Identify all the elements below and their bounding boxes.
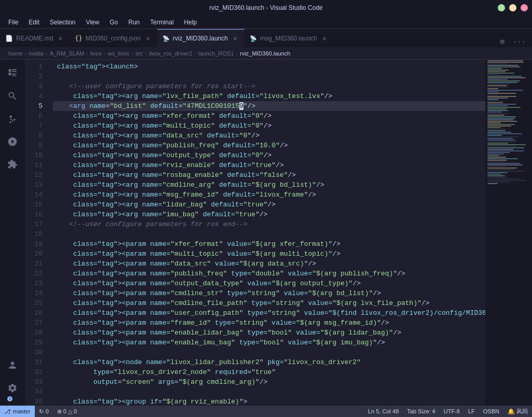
breadcrumb-item-0[interactable]: home bbox=[8, 50, 23, 57]
breadcrumb-item-2[interactable]: A_RM_SLAM bbox=[50, 50, 85, 57]
launch-icon: 📡 bbox=[250, 35, 257, 42]
code-line-33: output="screen" args="$(arg cmdline_arg)… bbox=[53, 377, 485, 387]
activity-search[interactable] bbox=[3, 87, 22, 105]
line-num-32: 32 bbox=[25, 367, 43, 377]
minimap-canvas bbox=[485, 60, 532, 215]
status-notifications[interactable]: 🔔 风同 bbox=[503, 406, 532, 417]
breadcrumb-sep: › bbox=[145, 50, 147, 57]
breadcrumb-item-4[interactable]: ws_livox bbox=[108, 50, 130, 57]
window-title: rviz_MID360.launch - Visual Studio Code bbox=[209, 4, 323, 11]
activity-account[interactable] bbox=[3, 356, 22, 374]
line-num-30: 30 bbox=[25, 348, 43, 357]
activity-extensions[interactable] bbox=[3, 155, 22, 174]
code-line-35: class="tag"><group if="$(arg rviz_enable… bbox=[53, 397, 485, 406]
line-num-21: 21 bbox=[25, 259, 43, 269]
code-line-17: <!--user configure parameters for ros en… bbox=[53, 219, 485, 229]
line-num-31: 31 bbox=[25, 357, 43, 367]
tab-close-mid360-config[interactable]: ✕ bbox=[144, 34, 152, 43]
status-sync[interactable]: ↻ 0 bbox=[35, 406, 53, 417]
tab-close-rviz-launch[interactable]: ✕ bbox=[231, 34, 239, 43]
status-branch[interactable]: ⎇ master bbox=[0, 406, 35, 417]
line-num-22: 22 bbox=[25, 269, 43, 279]
tab-rviz-launch[interactable]: 📡rviz_MID360.launch✕ bbox=[157, 29, 244, 47]
breadcrumb-sep: › bbox=[86, 50, 88, 57]
breadcrumb-sep: › bbox=[194, 50, 196, 57]
menu-item-selection[interactable]: Selection bbox=[46, 18, 79, 27]
line-num-14: 14 bbox=[25, 190, 43, 200]
code-line-34 bbox=[53, 387, 485, 397]
menu-item-go[interactable]: Go bbox=[105, 18, 122, 27]
code-line-6: class="tag"><arg name="xfer_format" defa… bbox=[53, 111, 485, 121]
line-num-11: 11 bbox=[25, 160, 43, 170]
tab-label: msg_MID360.launch bbox=[260, 35, 317, 42]
code-line-15: class="tag"><arg name="lidar_bag" defaul… bbox=[53, 200, 485, 210]
status-position[interactable]: Ln 5, Col 48 bbox=[364, 406, 403, 417]
menu-item-view[interactable]: View bbox=[81, 18, 103, 27]
code-line-28: class="tag"><param name="enable_lidar_ba… bbox=[53, 328, 485, 338]
breadcrumb-item-5[interactable]: src bbox=[135, 50, 143, 57]
status-right: Ln 5, Col 48 Tab Size: 4 UTF-8 LF OSBN 🔔… bbox=[364, 406, 532, 417]
line-num-20: 20 bbox=[25, 249, 43, 259]
status-tab-size[interactable]: Tab Size: 4 bbox=[403, 406, 439, 417]
minimize-button[interactable]: − bbox=[498, 4, 505, 11]
menu-item-edit[interactable]: Edit bbox=[24, 18, 44, 27]
status-language[interactable]: OSBN bbox=[479, 406, 503, 417]
breadcrumb-sep: › bbox=[46, 50, 48, 57]
tab-msg-launch[interactable]: 📡msg_MID360.launch✕ bbox=[244, 29, 334, 47]
menu-item-file[interactable]: File bbox=[4, 18, 22, 27]
activity-source-control[interactable] bbox=[3, 109, 22, 128]
breadcrumb-item-1[interactable]: nvidia bbox=[29, 50, 44, 57]
activity-bar-bottom: 1 bbox=[3, 356, 22, 406]
line-num-25: 25 bbox=[25, 298, 43, 308]
status-errors[interactable]: ⊗ 0 △ 0 bbox=[53, 406, 81, 417]
menu-bar: FileEditSelectionViewGoRunTerminalHelp bbox=[0, 16, 532, 29]
code-line-7: class="tag"><arg name="multi_topic" defa… bbox=[53, 121, 485, 131]
breadcrumb-item-6[interactable]: livox_ros_driver2 bbox=[149, 50, 192, 57]
line-num-8: 8 bbox=[25, 131, 43, 141]
code-line-2 bbox=[53, 72, 485, 81]
line-num-26: 26 bbox=[25, 308, 43, 318]
activity-bar: 1 bbox=[0, 60, 25, 406]
tab-bar: 📄README.md✕{}MID360_config.json✕📡rviz_MI… bbox=[0, 29, 532, 47]
close-button[interactable]: ✕ bbox=[521, 4, 528, 11]
status-left: ⎇ master ↻ 0 ⊗ 0 △ 0 bbox=[0, 406, 81, 417]
tab-mid360-config[interactable]: {}MID360_config.json✕ bbox=[70, 29, 157, 47]
activity-explorer[interactable] bbox=[3, 64, 22, 82]
code-content: 1234567891011121314151617181920212223242… bbox=[25, 60, 485, 406]
code-line-21: class="tag"><param name="data_src" value… bbox=[53, 259, 485, 269]
code-editor[interactable]: 1234567891011121314151617181920212223242… bbox=[25, 60, 485, 406]
code-line-26: class="tag"><param name="user_config_pat… bbox=[53, 308, 485, 318]
line-num-5: 5 bbox=[25, 101, 43, 111]
branch-name: master bbox=[13, 408, 31, 414]
tab-close-msg-launch[interactable]: ✕ bbox=[320, 34, 329, 43]
title-bar: rviz_MID360.launch - Visual Studio Code … bbox=[0, 0, 532, 16]
breadcrumb-item-7[interactable]: launch_ROS1 bbox=[198, 50, 234, 57]
breadcrumb-item-8: rviz_MID360.launch bbox=[240, 50, 290, 57]
branch-icon: ⎇ bbox=[4, 408, 11, 415]
status-line-ending[interactable]: LF bbox=[464, 406, 479, 417]
menu-item-terminal[interactable]: Terminal bbox=[146, 18, 178, 27]
line-num-3: 3 bbox=[25, 81, 43, 91]
tab-readme[interactable]: 📄README.md✕ bbox=[0, 29, 70, 47]
status-encoding[interactable]: UTF-8 bbox=[440, 406, 464, 417]
tab-close-readme[interactable]: ✕ bbox=[56, 34, 64, 43]
json-icon: {} bbox=[75, 35, 82, 42]
code-line-5: <arg name="bd_list" default="47MDL1C0010… bbox=[53, 101, 485, 111]
code-line-13: class="tag"><arg name="cmdline_arg" defa… bbox=[53, 180, 485, 190]
breadcrumb-item-3[interactable]: livox bbox=[90, 50, 102, 57]
code-line-14: class="tag"><arg name="msg_frame_id" def… bbox=[53, 190, 485, 200]
menu-item-help[interactable]: Help bbox=[180, 18, 201, 27]
line-num-6: 6 bbox=[25, 111, 43, 121]
activity-settings[interactable] bbox=[3, 379, 22, 397]
activity-run-debug[interactable] bbox=[3, 132, 22, 151]
split-editor-button[interactable]: ⊞ bbox=[498, 36, 506, 47]
code-line-11: class="tag"><arg name="rviz_enable" defa… bbox=[53, 160, 485, 170]
line-num-12: 12 bbox=[25, 170, 43, 180]
code-line-29: class="tag"><param name="enable_imu_bag"… bbox=[53, 338, 485, 348]
menu-item-run[interactable]: Run bbox=[124, 18, 144, 27]
line-num-10: 10 bbox=[25, 150, 43, 160]
more-actions-button[interactable]: ··· bbox=[511, 37, 528, 47]
line-num-33: 33 bbox=[25, 377, 43, 387]
maximize-button[interactable]: □ bbox=[509, 4, 516, 11]
breadcrumb-sep: › bbox=[236, 50, 238, 57]
